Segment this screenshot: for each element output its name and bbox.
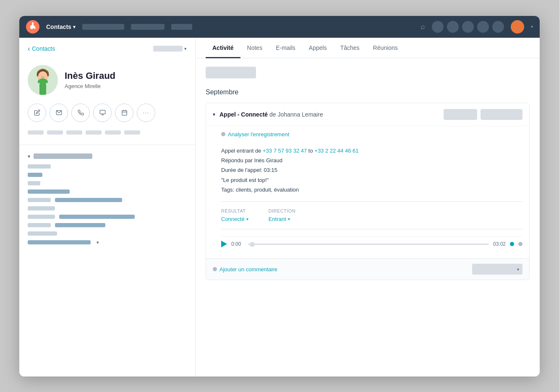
top-nav: Contacts ▾ ⌕ ▾ <box>19 16 540 38</box>
card-status-dropdown[interactable] <box>444 109 477 120</box>
header-action: ▾ <box>153 46 187 52</box>
audio-player: 0:00 03:02 <box>221 236 522 252</box>
label-phone <box>66 130 82 135</box>
more-button[interactable]: ··· <box>137 104 155 122</box>
answered-by-line: Répondu par Inès Giraud <box>221 156 522 165</box>
card-title: Appel - Connecté de Johanna Lemaire <box>219 111 439 118</box>
comment-dot-icon <box>213 267 217 271</box>
comment-dropdown[interactable]: ▾ <box>472 264 522 275</box>
result-chevron-icon: ▾ <box>246 217 248 221</box>
prop-label <box>28 164 51 169</box>
month-header: Septembre <box>206 88 530 96</box>
prop-value <box>28 240 91 244</box>
properties-section: ▾ <box>19 148 195 254</box>
audio-indicator-gray <box>518 242 522 246</box>
duration-line: Durée de l'appel: 03:15 <box>221 165 522 175</box>
property-row <box>28 181 187 185</box>
screen-button[interactable] <box>93 104 112 122</box>
direction-label: Direction <box>269 208 295 213</box>
calendar-button[interactable] <box>115 104 133 122</box>
sidebar-divider <box>19 145 195 145</box>
direction-col: Direction Entrant ▾ <box>269 208 295 222</box>
back-to-contacts[interactable]: Contacts <box>28 44 55 53</box>
result-dropdown[interactable]: Connecté ▾ <box>221 216 248 222</box>
sidebar-header: Contacts ▾ <box>19 38 195 58</box>
phone-button[interactable] <box>71 104 90 122</box>
avatar-chevron-icon: ▾ <box>531 24 533 29</box>
search-icon[interactable]: ⌕ <box>421 22 425 31</box>
header-chevron-icon: ▾ <box>184 46 187 52</box>
comment-chevron-icon: ▾ <box>517 267 519 272</box>
card-action-pill[interactable] <box>481 109 522 120</box>
filter-bar[interactable] <box>206 67 256 78</box>
edit-button[interactable] <box>28 104 46 122</box>
property-row <box>28 190 187 194</box>
svg-rect-9 <box>122 111 126 115</box>
label-email <box>47 130 63 135</box>
add-comment-link[interactable]: Ajouter un commentaire <box>213 266 277 273</box>
property-row <box>28 164 187 169</box>
property-row <box>28 206 187 210</box>
card-section-divider <box>221 201 522 202</box>
action-labels <box>19 130 195 141</box>
tab-appels[interactable]: Appels <box>302 38 334 58</box>
property-row <box>28 215 187 219</box>
prop-label <box>28 198 51 202</box>
contact-company: Agence Mirelle <box>65 83 115 89</box>
label-more <box>124 130 140 135</box>
audio-progress-thumb[interactable] <box>250 242 255 247</box>
avatar-illustration <box>30 68 55 95</box>
prop-label <box>28 181 40 185</box>
audio-indicator-blue <box>510 242 514 246</box>
card-expand-icon[interactable]: ▾ <box>213 112 215 117</box>
prop-label <box>28 231 57 236</box>
nav-icon-5[interactable] <box>492 21 504 33</box>
property-row <box>28 231 187 236</box>
prop-chevron-icon: ▾ <box>97 240 99 245</box>
prop-value <box>55 223 105 227</box>
left-sidebar: Contacts ▾ <box>19 38 196 376</box>
result-label: Résultat <box>221 208 248 213</box>
phone-from[interactable]: +33 7 57 93 32 47 <box>263 148 307 154</box>
contact-profile: Inès Giraud Agence Mirelle <box>19 58 195 104</box>
property-row <box>28 223 187 227</box>
tab-taches[interactable]: Tâches <box>334 38 366 58</box>
activity-card: ▾ Appel - Connecté de Johanna Lemaire <box>206 103 530 280</box>
prop-value <box>59 215 135 219</box>
nav-icon-2[interactable] <box>447 21 459 33</box>
card-header: ▾ Appel - Connecté de Johanna Lemaire <box>206 103 529 126</box>
tab-notes[interactable]: Notes <box>240 38 269 58</box>
nav-placeholder-2 <box>131 24 165 30</box>
nav-icon-4[interactable] <box>477 21 489 33</box>
play-button[interactable] <box>221 241 227 247</box>
prop-value <box>28 190 70 194</box>
nav-contacts[interactable]: Contacts ▾ <box>46 23 76 30</box>
phone-to[interactable]: +33 2 22 44 46 61 <box>314 148 358 154</box>
nav-circles <box>432 21 504 33</box>
activity-content: Septembre ▾ Appel - Connecté de Johanna … <box>196 58 540 376</box>
label-edit <box>28 130 44 135</box>
prop-value <box>55 198 122 202</box>
result-col: Résultat Connecté ▾ <box>221 208 248 222</box>
direction-chevron-icon: ▾ <box>288 217 290 221</box>
direction-dropdown[interactable]: Entrant ▾ <box>269 216 295 222</box>
section-chevron-icon[interactable]: ▾ <box>28 153 30 159</box>
call-from-line: Appel entrant de +33 7 57 93 32 47 to +3… <box>221 146 522 156</box>
analyze-recording-link[interactable]: Analyser l'enregistrement <box>221 128 522 141</box>
svg-point-3 <box>41 76 44 78</box>
tab-activite[interactable]: Activité <box>206 38 240 58</box>
contact-avatar <box>28 65 58 95</box>
header-placeholder <box>153 46 183 52</box>
email-button[interactable] <box>50 104 68 122</box>
nav-placeholder-3 <box>171 24 192 30</box>
property-row <box>28 198 187 202</box>
tab-emails[interactable]: E-mails <box>269 38 302 58</box>
nav-icon-3[interactable] <box>462 21 474 33</box>
property-row: ▾ <box>28 240 187 245</box>
audio-progress-track[interactable] <box>248 244 489 245</box>
contact-name: Inès Giraud <box>65 70 115 81</box>
prop-label <box>28 223 51 227</box>
nav-icon-1[interactable] <box>432 21 444 33</box>
tab-reunions[interactable]: Réunions <box>366 38 405 58</box>
user-avatar[interactable] <box>511 20 524 34</box>
